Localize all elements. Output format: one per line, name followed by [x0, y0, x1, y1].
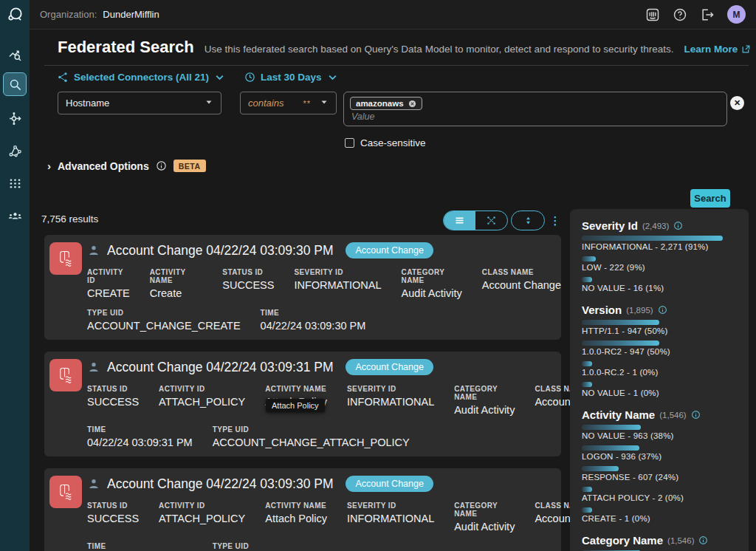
sidebar-item-insights[interactable] [3, 43, 27, 66]
aggregation-bar-row[interactable]: 1.0.0-RC2 - 947 (50%) [582, 340, 737, 357]
aggregation-count: (1,546) [667, 536, 694, 545]
result-card[interactable]: Account Change 04/22/24 03:09:30 PMAccou… [44, 235, 561, 340]
info-icon[interactable] [698, 535, 708, 545]
field-value: 04/22/24 03:09:30 PM [261, 320, 366, 332]
info-icon[interactable] [691, 410, 701, 420]
search-icon [8, 78, 22, 92]
kebab-menu-icon[interactable]: ⋮ [549, 211, 561, 230]
field-value: INFORMATIONAL [347, 396, 434, 408]
case-sensitive-label: Case-sensitive [360, 137, 426, 148]
sidebar-item-teams[interactable] [3, 204, 27, 227]
advanced-options-label[interactable]: Advanced Options [58, 160, 149, 172]
aggregation-bar-row[interactable]: LOGON - 936 (37%) [582, 445, 737, 462]
chevron-right-icon[interactable]: › [47, 160, 51, 172]
graph-view-button[interactable] [475, 211, 507, 230]
aggregation-section: Version(1,895)HTTP/1.1 - 947 (50%)1.0.0-… [582, 304, 737, 399]
user-avatar[interactable]: M [727, 5, 746, 24]
field-label: CATEGORY NAME [454, 385, 515, 401]
aggregation-title-row: Activity Name(1,546) [582, 408, 737, 421]
card-field: SEVERITY IDINFORMATIONAL [294, 268, 381, 299]
sidebar-item-graph[interactable] [3, 139, 27, 162]
organization-label: Organization: [40, 9, 97, 20]
card-field: ACTIVITY NAMECreate [150, 268, 203, 299]
field-label: ACTIVITY NAME [265, 385, 327, 393]
aggregation-title-row: Severity Id(2,493) [582, 219, 737, 232]
list-view-button[interactable] [444, 211, 475, 230]
card-field: TIME04/22/24 03:09:30 PM [261, 309, 366, 332]
aggregation-bar-label: LOW - 222 (9%) [582, 263, 737, 273]
aggregation-bar-row[interactable]: NO VALUE - 963 (38%) [582, 425, 737, 442]
chart-search-icon [8, 48, 22, 62]
card-field-row: TYPE UIDACCOUNT_CHANGE_CREATETIME04/22/2… [87, 309, 561, 332]
clear-filter-button[interactable]: ✕ [730, 96, 744, 110]
class-badge[interactable]: Account Change [346, 359, 433, 375]
aggregation-bar-row[interactable]: 1.0.0-RC.2 - 1 (0%) [582, 361, 737, 378]
aggregation-bar-row[interactable]: HTTP/1.1 - 947 (50%) [582, 320, 737, 337]
field-label: STATUS ID [222, 268, 274, 276]
field-label: TIME [87, 425, 193, 434]
case-sensitive-checkbox[interactable] [345, 138, 354, 148]
result-title: Account Change 04/22/24 03:09:30 PM [107, 243, 333, 259]
help-icon[interactable] [673, 7, 687, 22]
aggregation-title-row: Category Name(1,546) [582, 534, 737, 547]
organization-name: DunderMifflin [103, 9, 159, 20]
aggregation-bar-label: NO VALUE - 16 (1%) [582, 284, 737, 294]
aggregation-bar-row[interactable]: NO VALUE - 16 (1%) [582, 277, 737, 294]
learn-more-label: Learn More [684, 44, 738, 55]
value-chip-label: amazonaws [356, 99, 404, 108]
aggregation-bar-label: LOGON - 936 (37%) [582, 452, 737, 462]
aggregation-bar-row[interactable]: INFORMATIONAL - 2,271 (91%) [582, 236, 737, 253]
card-field: SEVERITY IDINFORMATIONAL [347, 502, 434, 533]
app-window: Organization: DunderMifflin [0, 0, 756, 551]
intercom-chat-icon[interactable] [645, 7, 660, 22]
card-title-row: Account Change 04/22/24 03:09:30 PMAccou… [87, 476, 561, 492]
operator-select[interactable]: contains ** [240, 92, 337, 114]
chip-remove-icon[interactable] [408, 100, 416, 108]
aggregation-bar-row[interactable]: CREATE - 1 (0%) [582, 507, 737, 524]
card-field: TYPE UIDACCOUNT_CHANGE_ATTACH_POLICY [213, 542, 410, 551]
case-sensitive-control[interactable]: Case-sensitive [345, 137, 426, 148]
aggregation-bar-row[interactable]: NO VALUE - 1 (0%) [582, 382, 737, 399]
time-range-dropdown[interactable]: Last 30 Days [244, 72, 338, 83]
card-field: TIME04/22/24 03:09:31 PM [87, 425, 193, 448]
results-count: 7,756 results [41, 213, 98, 225]
result-card[interactable]: Account Change 04/22/24 03:09:30 PMAccou… [44, 468, 561, 551]
sort-button[interactable] [511, 211, 545, 230]
aggregation-bar-row[interactable]: RESPONSE - 607 (24%) [582, 466, 737, 483]
field-value: Audit Activity [402, 287, 462, 299]
field-value: SUCCESS [87, 513, 139, 524]
caret-down-icon [320, 97, 329, 109]
field-label: CLASS NAME [482, 268, 561, 276]
card-field: ACTIVITY NAMEAttach Policy [265, 502, 327, 533]
aggregation-bar [582, 487, 592, 492]
aggregation-bar-row[interactable]: LOW - 222 (9%) [582, 256, 737, 273]
info-icon[interactable] [673, 221, 683, 230]
result-card[interactable]: Account Change 04/22/24 03:09:31 PMAccou… [44, 352, 561, 456]
selected-connectors-dropdown[interactable]: Selected Connectors (All 21) [58, 72, 225, 83]
card-field: ACTIVITY IDATTACH_POLICY [159, 502, 245, 533]
aggregation-bar-label: NO VALUE - 963 (38%) [582, 431, 737, 442]
info-icon[interactable] [156, 160, 167, 171]
aggregation-bar [582, 361, 592, 366]
connector-logo-icon [49, 476, 82, 508]
card-field-row: ACTIVITY IDCREATEACTIVITY NAMECreateSTAT… [87, 268, 561, 299]
aggregation-bar [582, 507, 592, 513]
sidebar-item-connectors[interactable] [3, 106, 27, 130]
search-button[interactable]: Search [690, 189, 730, 208]
learn-more-link[interactable]: Learn More [684, 44, 752, 55]
field-select[interactable]: Hostname [58, 92, 221, 114]
value-input[interactable]: amazonaws Value [343, 92, 727, 126]
field-label: STATUS ID [87, 385, 139, 393]
caret-down-icon [205, 97, 213, 109]
sidebar-item-search[interactable] [3, 72, 27, 96]
users-icon [8, 209, 22, 223]
class-badge[interactable]: Account Change [346, 476, 433, 492]
value-chip[interactable]: amazonaws [350, 97, 422, 110]
tooltip: Attach Policy [266, 399, 325, 412]
class-badge[interactable]: Account Change [346, 242, 433, 259]
info-icon[interactable] [658, 305, 667, 315]
aggregation-bar-row[interactable]: ATTACH POLICY - 2 (0%) [582, 487, 737, 504]
logout-icon[interactable] [700, 7, 715, 22]
sidebar-item-apps[interactable] [3, 171, 27, 195]
query-logo-icon[interactable] [0, 0, 30, 30]
